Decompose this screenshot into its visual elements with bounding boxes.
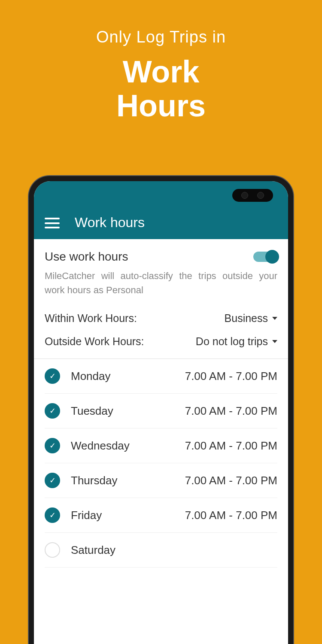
description-text: MileCatcher will auto-classify the trips…: [45, 269, 277, 297]
camera-cutout: [232, 189, 273, 202]
day-checkbox[interactable]: ✓: [45, 507, 60, 523]
day-name: Saturday: [71, 544, 277, 557]
camera-dot: [241, 192, 248, 199]
within-hours-dropdown[interactable]: Business: [225, 312, 277, 325]
day-hours[interactable]: 7.00 AM - 7.00 PM: [185, 370, 277, 383]
phone-frame: Work hours Use work hours MileCatcher wi…: [29, 176, 293, 644]
promo-header: Only Log Trips in Work Hours: [0, 0, 322, 123]
camera-dot: [257, 192, 264, 199]
day-row[interactable]: ✓Wednesday7.00 AM - 7.00 PM: [45, 428, 277, 463]
promo-title: Work Hours: [0, 55, 322, 123]
day-list: ✓Monday7.00 AM - 7.00 PM✓Tuesday7.00 AM …: [45, 359, 277, 568]
day-checkbox[interactable]: ✓: [45, 403, 60, 419]
day-hours[interactable]: 7.00 AM - 7.00 PM: [185, 404, 277, 418]
checkmark-icon: ✓: [49, 406, 56, 416]
outside-hours-dropdown[interactable]: Do not log trips: [196, 335, 277, 348]
page-title: Work hours: [75, 215, 145, 231]
outside-hours-value: Do not log trips: [196, 335, 268, 348]
day-hours[interactable]: 7.00 AM - 7.00 PM: [185, 439, 277, 453]
within-hours-row: Within Work Hours: Business: [45, 312, 277, 325]
phone-screen: Work hours Use work hours MileCatcher wi…: [34, 181, 288, 644]
outside-hours-row: Outside Work Hours: Do not log trips: [45, 335, 277, 348]
day-name: Friday: [71, 509, 185, 522]
chevron-down-icon: [272, 317, 277, 320]
day-checkbox[interactable]: [45, 542, 60, 558]
day-name: Monday: [71, 370, 185, 383]
checkmark-icon: ✓: [49, 510, 56, 520]
day-checkbox[interactable]: ✓: [45, 438, 60, 453]
content-area: Use work hours MileCatcher will auto-cla…: [34, 239, 288, 568]
within-hours-label: Within Work Hours:: [45, 312, 137, 325]
checkmark-icon: ✓: [49, 441, 56, 450]
checkmark-icon: ✓: [49, 371, 56, 381]
chevron-down-icon: [272, 340, 277, 343]
toggle-label: Use work hours: [45, 250, 128, 264]
within-hours-value: Business: [225, 312, 268, 325]
promo-subtitle: Only Log Trips in: [0, 28, 322, 46]
day-row[interactable]: ✓Friday7.00 AM - 7.00 PM: [45, 498, 277, 533]
toggle-knob: [265, 250, 279, 264]
day-checkbox[interactable]: ✓: [45, 368, 60, 384]
day-row[interactable]: ✓Monday7.00 AM - 7.00 PM: [45, 359, 277, 394]
outside-hours-label: Outside Work Hours:: [45, 335, 144, 348]
hamburger-menu-icon[interactable]: [45, 218, 60, 228]
day-hours[interactable]: 7.00 AM - 7.00 PM: [185, 474, 277, 487]
day-row[interactable]: Saturday: [45, 533, 277, 568]
day-name: Thursday: [71, 474, 185, 487]
use-work-hours-row: Use work hours: [45, 250, 277, 264]
day-row[interactable]: ✓Thursday7.00 AM - 7.00 PM: [45, 463, 277, 498]
day-hours[interactable]: 7.00 AM - 7.00 PM: [185, 509, 277, 522]
day-checkbox[interactable]: ✓: [45, 473, 60, 488]
day-name: Wednesday: [71, 439, 185, 453]
day-name: Tuesday: [71, 404, 185, 418]
day-row[interactable]: ✓Tuesday7.00 AM - 7.00 PM: [45, 394, 277, 428]
checkmark-icon: ✓: [49, 476, 56, 485]
use-work-hours-toggle[interactable]: [253, 252, 277, 262]
